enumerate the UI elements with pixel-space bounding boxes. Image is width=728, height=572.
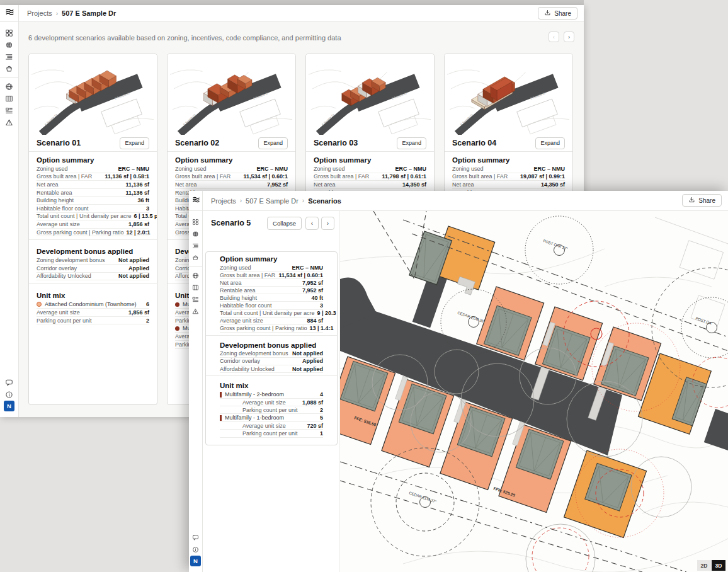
row-label: Gross built area | FAR: [314, 173, 369, 180]
summary-row: Affordability UnlockedNot applied: [220, 365, 323, 373]
breadcrumb-projects[interactable]: Projects: [27, 9, 52, 17]
chevron-right-icon: ›: [56, 10, 58, 17]
card-title-row: Scenario 03Expand: [306, 135, 434, 151]
unit-marker-icon: [220, 415, 222, 421]
row-value: 7,952 sf: [302, 287, 323, 294]
basket-icon[interactable]: [190, 252, 202, 264]
unit-name: Multifamily - 2-bedroom: [225, 391, 317, 398]
chevron-right-icon: ›: [302, 197, 304, 204]
scenario-title: Scenario 5: [211, 219, 267, 227]
scenario-card-title: Scenario 02: [175, 139, 219, 147]
option-summary-section: Option summaryZoning usedERC – NMUGross …: [29, 152, 157, 236]
option-summary-title: Option summary: [452, 152, 565, 165]
row-label: Gross parking count | Parking ratio: [37, 229, 123, 236]
winA-header: Projects › 507 E Sample Dr Share: [0, 5, 584, 22]
summary-row: Net area7,952 sf: [175, 181, 288, 189]
summary-row: Habitable floor count3: [37, 205, 149, 213]
share-button[interactable]: Share: [682, 194, 722, 207]
share-icon: [688, 197, 695, 205]
summary-row: Total unit count | Unit density per acre…: [220, 310, 323, 317]
row-label: Total unit count | Unit density per acre: [220, 310, 314, 316]
toggle-2d-button[interactable]: 2D: [697, 560, 711, 571]
row-label: Parking count per unit: [242, 407, 298, 413]
section-divider: [206, 375, 337, 376]
pager-next-button[interactable]: ›: [564, 31, 574, 42]
unit-mix-row: Multifamily - 1-bedroom5: [220, 414, 323, 422]
info-icon[interactable]: [3, 389, 15, 401]
pager-prev-button[interactable]: ‹: [549, 31, 559, 42]
summary-row: Zoning usedERC – NMU: [220, 264, 323, 272]
expand-button[interactable]: Expand: [258, 137, 288, 149]
chat-icon[interactable]: [3, 377, 15, 389]
row-label: Net area: [175, 181, 197, 188]
chat-icon[interactable]: [190, 532, 202, 544]
expand-button[interactable]: Expand: [120, 137, 149, 149]
row-value: 36 ft: [137, 197, 149, 203]
scenario-thumbnail: E Sample DrE Sample Dr: [445, 54, 572, 135]
unit-marker-icon: [37, 302, 42, 307]
row-value: Not applied: [118, 257, 149, 263]
row-label: Zoning used: [175, 166, 207, 172]
row-value: 11,136 sf: [125, 190, 149, 196]
grid-icon[interactable]: [190, 216, 202, 228]
next-scenario-button[interactable]: ›: [321, 217, 334, 230]
list-indent-icon[interactable]: [3, 51, 15, 63]
info-icon[interactable]: [190, 544, 202, 556]
grid-icon[interactable]: [3, 27, 15, 39]
row-value: ERC – NMU: [292, 265, 323, 271]
list-box-icon[interactable]: [190, 294, 202, 306]
toggle-3d-button[interactable]: 3D: [712, 560, 725, 571]
scenario-thumbnail: E Sample DrE Sample Dr: [29, 54, 157, 135]
summary-row: Zoning usedERC – NMU: [314, 165, 426, 173]
collapse-button[interactable]: Collapse: [267, 217, 302, 230]
site-plan-map[interactable]: POST OAK 27"CEDAR ELM 26"CEDAR ELM 27"PO…: [340, 211, 728, 572]
user-badge[interactable]: N: [4, 401, 14, 411]
globe-wire-icon[interactable]: [3, 81, 15, 93]
prev-scenario-button[interactable]: ‹: [305, 217, 319, 230]
breadcrumb-project-name[interactable]: 507 E Sample Dr: [246, 197, 299, 205]
globe-wire-icon[interactable]: [190, 270, 202, 282]
breadcrumb: Projects › 507 E Sample Dr: [19, 9, 116, 17]
breadcrumb-scenarios: Scenarios: [308, 197, 341, 205]
warning-icon[interactable]: [190, 306, 202, 317]
row-value: 14,350 sf: [402, 181, 426, 188]
list-box-icon[interactable]: [3, 105, 15, 117]
list-indent-icon[interactable]: [190, 240, 202, 252]
app-logo[interactable]: [0, 5, 19, 21]
row-label: Gross built area | FAR: [37, 173, 92, 180]
expand-button[interactable]: Expand: [535, 137, 565, 149]
warning-icon[interactable]: [3, 117, 15, 129]
winB-sidebar: N: [189, 211, 203, 572]
basket-icon[interactable]: [3, 63, 15, 75]
globe-icon[interactable]: [190, 228, 202, 240]
row-label: Gross built area | FAR: [220, 272, 275, 278]
winA-sidebar: N: [0, 22, 19, 417]
expand-button[interactable]: Expand: [397, 137, 426, 149]
globe-icon[interactable]: [3, 39, 15, 51]
scenarios-subtitle: 6 development scenarios available based …: [28, 34, 341, 42]
columns-icon[interactable]: [190, 282, 202, 294]
summary-row: Corridor overlayApplied: [220, 358, 323, 365]
summary-row: Gross built area | FAR11,534 sf | 0.60:1: [220, 272, 323, 279]
row-value: 3: [320, 302, 323, 309]
summary-row: Zoning usedERC – NMU: [452, 165, 565, 173]
share-button[interactable]: Share: [538, 7, 577, 20]
unit-mix-row: Multifamily - 2-bedroom4: [220, 391, 323, 399]
columns-icon[interactable]: [3, 93, 15, 105]
summary-row: Zoning development bonusNot applied: [37, 256, 149, 265]
app-logo[interactable]: [189, 191, 203, 210]
row-value: 1: [320, 430, 323, 437]
summary-row: Gross built area | FAR11,798 sf | 0.61:1: [314, 173, 426, 181]
row-value: 2: [320, 407, 323, 413]
summary-row: Parking count per unit2: [220, 406, 323, 414]
summary-row: Average unit size884 sf: [220, 317, 323, 325]
card-title-row: Scenario 01Expand: [29, 135, 157, 151]
row-label: Average unit size: [242, 423, 286, 429]
breadcrumb-projects[interactable]: Projects: [211, 197, 236, 205]
row-value: 11,534 sf | 0.60:1: [278, 272, 323, 278]
user-badge[interactable]: N: [190, 556, 201, 566]
unit-count: 4: [320, 391, 323, 398]
summary-row: Average unit size1,856 sf: [37, 220, 149, 229]
scenario-detail-window: Projects › 507 E Sample Dr › Scenarios S…: [189, 191, 728, 572]
bonus-section: Development bonus appliedZoning developm…: [212, 338, 331, 373]
